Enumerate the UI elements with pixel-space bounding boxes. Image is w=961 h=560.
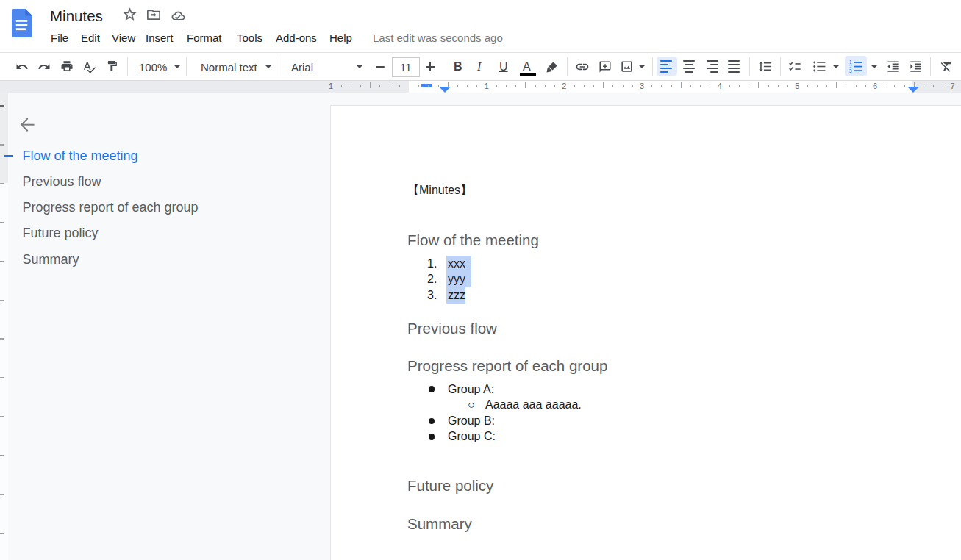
svg-text:3: 3 — [849, 68, 852, 73]
